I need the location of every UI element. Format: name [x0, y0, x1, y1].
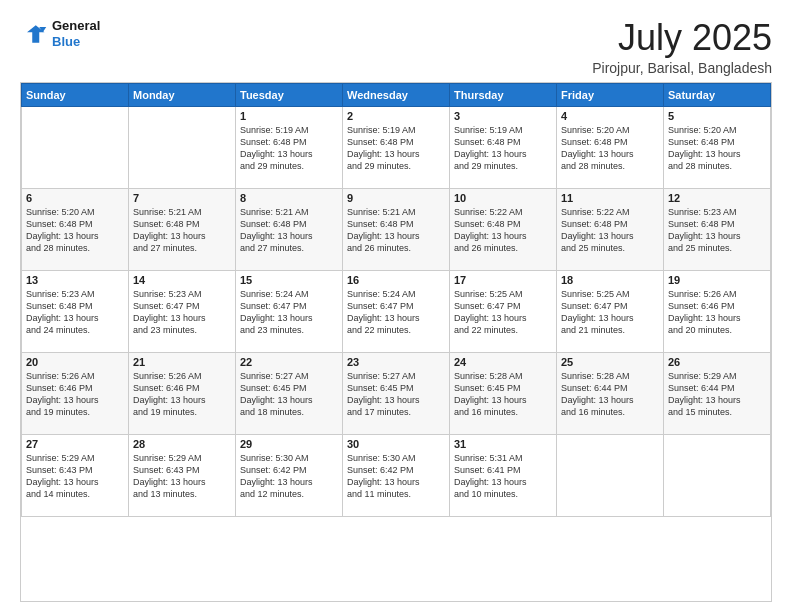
- day-number: 16: [347, 274, 445, 286]
- day-info: Sunrise: 5:20 AM Sunset: 6:48 PM Dayligh…: [561, 124, 659, 173]
- day-info: Sunrise: 5:26 AM Sunset: 6:46 PM Dayligh…: [668, 288, 766, 337]
- page: General Blue July 2025 Pirojpur, Barisal…: [0, 0, 792, 612]
- calendar-cell: [129, 106, 236, 188]
- header-cell: Tuesday: [236, 83, 343, 106]
- day-info: Sunrise: 5:21 AM Sunset: 6:48 PM Dayligh…: [133, 206, 231, 255]
- main-title: July 2025: [592, 18, 772, 58]
- calendar-header: SundayMondayTuesdayWednesdayThursdayFrid…: [22, 83, 771, 106]
- day-number: 29: [240, 438, 338, 450]
- header-cell: Thursday: [450, 83, 557, 106]
- calendar-cell: [664, 434, 771, 516]
- calendar-cell: 7Sunrise: 5:21 AM Sunset: 6:48 PM Daylig…: [129, 188, 236, 270]
- day-number: 26: [668, 356, 766, 368]
- header-cell: Friday: [557, 83, 664, 106]
- day-number: 21: [133, 356, 231, 368]
- calendar-cell: 23Sunrise: 5:27 AM Sunset: 6:45 PM Dayli…: [343, 352, 450, 434]
- calendar-cell: 10Sunrise: 5:22 AM Sunset: 6:48 PM Dayli…: [450, 188, 557, 270]
- calendar-cell: 19Sunrise: 5:26 AM Sunset: 6:46 PM Dayli…: [664, 270, 771, 352]
- day-info: Sunrise: 5:30 AM Sunset: 6:42 PM Dayligh…: [347, 452, 445, 501]
- calendar-cell: 28Sunrise: 5:29 AM Sunset: 6:43 PM Dayli…: [129, 434, 236, 516]
- calendar-cell: 14Sunrise: 5:23 AM Sunset: 6:47 PM Dayli…: [129, 270, 236, 352]
- day-info: Sunrise: 5:21 AM Sunset: 6:48 PM Dayligh…: [347, 206, 445, 255]
- calendar-week-row: 6Sunrise: 5:20 AM Sunset: 6:48 PM Daylig…: [22, 188, 771, 270]
- day-number: 3: [454, 110, 552, 122]
- day-number: 13: [26, 274, 124, 286]
- calendar-cell: 16Sunrise: 5:24 AM Sunset: 6:47 PM Dayli…: [343, 270, 450, 352]
- calendar-cell: 9Sunrise: 5:21 AM Sunset: 6:48 PM Daylig…: [343, 188, 450, 270]
- calendar-cell: 11Sunrise: 5:22 AM Sunset: 6:48 PM Dayli…: [557, 188, 664, 270]
- calendar-cell: 3Sunrise: 5:19 AM Sunset: 6:48 PM Daylig…: [450, 106, 557, 188]
- calendar-cell: 27Sunrise: 5:29 AM Sunset: 6:43 PM Dayli…: [22, 434, 129, 516]
- header-cell: Sunday: [22, 83, 129, 106]
- calendar-week-row: 27Sunrise: 5:29 AM Sunset: 6:43 PM Dayli…: [22, 434, 771, 516]
- day-number: 20: [26, 356, 124, 368]
- day-number: 8: [240, 192, 338, 204]
- day-number: 30: [347, 438, 445, 450]
- calendar-cell: 12Sunrise: 5:23 AM Sunset: 6:48 PM Dayli…: [664, 188, 771, 270]
- day-info: Sunrise: 5:20 AM Sunset: 6:48 PM Dayligh…: [26, 206, 124, 255]
- title-section: July 2025 Pirojpur, Barisal, Bangladesh: [592, 18, 772, 76]
- day-info: Sunrise: 5:19 AM Sunset: 6:48 PM Dayligh…: [240, 124, 338, 173]
- day-info: Sunrise: 5:21 AM Sunset: 6:48 PM Dayligh…: [240, 206, 338, 255]
- calendar-cell: 2Sunrise: 5:19 AM Sunset: 6:48 PM Daylig…: [343, 106, 450, 188]
- day-info: Sunrise: 5:27 AM Sunset: 6:45 PM Dayligh…: [240, 370, 338, 419]
- subtitle: Pirojpur, Barisal, Bangladesh: [592, 60, 772, 76]
- day-info: Sunrise: 5:29 AM Sunset: 6:43 PM Dayligh…: [26, 452, 124, 501]
- day-number: 24: [454, 356, 552, 368]
- logo-icon: [20, 20, 48, 48]
- day-info: Sunrise: 5:26 AM Sunset: 6:46 PM Dayligh…: [26, 370, 124, 419]
- calendar-body: 1Sunrise: 5:19 AM Sunset: 6:48 PM Daylig…: [22, 106, 771, 516]
- day-number: 12: [668, 192, 766, 204]
- day-number: 23: [347, 356, 445, 368]
- calendar-cell: 1Sunrise: 5:19 AM Sunset: 6:48 PM Daylig…: [236, 106, 343, 188]
- day-info: Sunrise: 5:23 AM Sunset: 6:47 PM Dayligh…: [133, 288, 231, 337]
- day-number: 28: [133, 438, 231, 450]
- logo-line2: Blue: [52, 34, 80, 49]
- calendar-cell: 30Sunrise: 5:30 AM Sunset: 6:42 PM Dayli…: [343, 434, 450, 516]
- top-section: General Blue July 2025 Pirojpur, Barisal…: [20, 18, 772, 76]
- day-number: 6: [26, 192, 124, 204]
- day-number: 15: [240, 274, 338, 286]
- day-info: Sunrise: 5:24 AM Sunset: 6:47 PM Dayligh…: [347, 288, 445, 337]
- day-number: 5: [668, 110, 766, 122]
- calendar-cell: [22, 106, 129, 188]
- day-number: 9: [347, 192, 445, 204]
- logo-text: General Blue: [52, 18, 100, 49]
- day-info: Sunrise: 5:26 AM Sunset: 6:46 PM Dayligh…: [133, 370, 231, 419]
- day-number: 2: [347, 110, 445, 122]
- day-number: 25: [561, 356, 659, 368]
- day-number: 4: [561, 110, 659, 122]
- day-number: 14: [133, 274, 231, 286]
- calendar-week-row: 1Sunrise: 5:19 AM Sunset: 6:48 PM Daylig…: [22, 106, 771, 188]
- calendar-cell: 13Sunrise: 5:23 AM Sunset: 6:48 PM Dayli…: [22, 270, 129, 352]
- calendar-week-row: 20Sunrise: 5:26 AM Sunset: 6:46 PM Dayli…: [22, 352, 771, 434]
- day-info: Sunrise: 5:31 AM Sunset: 6:41 PM Dayligh…: [454, 452, 552, 501]
- calendar-cell: 15Sunrise: 5:24 AM Sunset: 6:47 PM Dayli…: [236, 270, 343, 352]
- day-info: Sunrise: 5:28 AM Sunset: 6:44 PM Dayligh…: [561, 370, 659, 419]
- logo: General Blue: [20, 18, 100, 49]
- calendar-week-row: 13Sunrise: 5:23 AM Sunset: 6:48 PM Dayli…: [22, 270, 771, 352]
- calendar: SundayMondayTuesdayWednesdayThursdayFrid…: [20, 82, 772, 602]
- day-number: 7: [133, 192, 231, 204]
- calendar-cell: 5Sunrise: 5:20 AM Sunset: 6:48 PM Daylig…: [664, 106, 771, 188]
- day-number: 19: [668, 274, 766, 286]
- day-number: 22: [240, 356, 338, 368]
- day-number: 27: [26, 438, 124, 450]
- day-info: Sunrise: 5:25 AM Sunset: 6:47 PM Dayligh…: [561, 288, 659, 337]
- day-info: Sunrise: 5:29 AM Sunset: 6:44 PM Dayligh…: [668, 370, 766, 419]
- calendar-table: SundayMondayTuesdayWednesdayThursdayFrid…: [21, 83, 771, 517]
- calendar-cell: 29Sunrise: 5:30 AM Sunset: 6:42 PM Dayli…: [236, 434, 343, 516]
- calendar-cell: 31Sunrise: 5:31 AM Sunset: 6:41 PM Dayli…: [450, 434, 557, 516]
- logo-line1: General: [52, 18, 100, 33]
- day-info: Sunrise: 5:19 AM Sunset: 6:48 PM Dayligh…: [347, 124, 445, 173]
- calendar-cell: 17Sunrise: 5:25 AM Sunset: 6:47 PM Dayli…: [450, 270, 557, 352]
- day-info: Sunrise: 5:22 AM Sunset: 6:48 PM Dayligh…: [454, 206, 552, 255]
- day-info: Sunrise: 5:24 AM Sunset: 6:47 PM Dayligh…: [240, 288, 338, 337]
- calendar-cell: 24Sunrise: 5:28 AM Sunset: 6:45 PM Dayli…: [450, 352, 557, 434]
- header-cell: Monday: [129, 83, 236, 106]
- day-info: Sunrise: 5:25 AM Sunset: 6:47 PM Dayligh…: [454, 288, 552, 337]
- day-info: Sunrise: 5:30 AM Sunset: 6:42 PM Dayligh…: [240, 452, 338, 501]
- calendar-cell: [557, 434, 664, 516]
- header-cell: Saturday: [664, 83, 771, 106]
- calendar-cell: 20Sunrise: 5:26 AM Sunset: 6:46 PM Dayli…: [22, 352, 129, 434]
